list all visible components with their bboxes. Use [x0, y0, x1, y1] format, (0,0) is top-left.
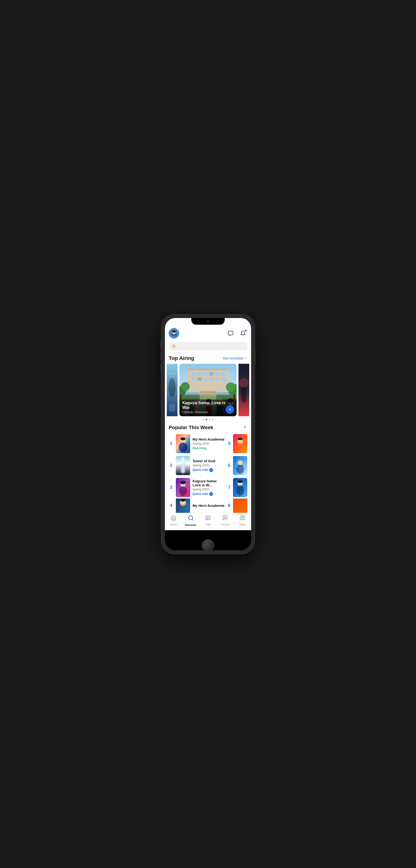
home-label: Home: [170, 523, 177, 526]
nav-forums[interactable]: Forums: [217, 515, 234, 526]
svg-point-83: [237, 480, 243, 483]
anime-list-item[interactable]: 2 Tower of God: [167, 455, 249, 476]
messages-button[interactable]: [226, 329, 235, 338]
anime-thumbnail-8: [233, 498, 247, 513]
anime-name-4: My Hero Academia: [193, 503, 224, 507]
svg-point-84: [236, 485, 244, 496]
nav-news[interactable]: News: [234, 515, 251, 526]
anime-thumbnail-4: [176, 498, 190, 513]
svg-point-3: [172, 330, 176, 333]
svg-point-74: [238, 460, 243, 465]
rank-right-1: 5: [227, 434, 247, 453]
popular-title: Popular This Week: [169, 425, 214, 430]
lists-icon: [205, 515, 211, 522]
anime-info-1: My Hero Academia Spring 2020 Watching: [193, 437, 224, 450]
popular-see-all-button[interactable]: [243, 425, 247, 430]
phone-screen: Top Airing See Schedule: [165, 318, 251, 550]
nav-home[interactable]: Home: [165, 515, 182, 526]
status-bar: [165, 318, 251, 325]
notch: [191, 318, 225, 325]
user-avatar[interactable]: [169, 328, 179, 339]
add-to-list-button[interactable]: +: [226, 405, 234, 414]
anime-thumbnail-5: [233, 434, 247, 453]
svg-point-62: [180, 437, 186, 440]
camera: [207, 320, 209, 322]
dot-1: [202, 418, 204, 420]
anime-thumbnail-6: [233, 456, 247, 475]
rank-number-6: 6: [227, 463, 232, 468]
svg-rect-70: [183, 456, 184, 475]
dot-4: [212, 418, 214, 420]
notifications-button[interactable]: [239, 329, 247, 338]
rank-number-1: 1: [169, 441, 173, 446]
svg-point-4: [173, 332, 173, 333]
svg-rect-21: [209, 372, 214, 375]
anime-thumbnail-3: [176, 478, 190, 497]
svg-point-12: [168, 378, 175, 397]
svg-rect-11: [169, 376, 175, 376]
popular-this-week-header: Popular This Week: [165, 423, 251, 433]
news-label: News: [239, 523, 246, 526]
svg-point-5: [174, 332, 175, 333]
svg-point-66: [237, 438, 243, 440]
svg-rect-27: [209, 377, 214, 381]
svg-rect-20: [203, 372, 207, 375]
svg-point-57: [241, 386, 247, 403]
anime-name-1: My Hero Academia: [193, 437, 224, 441]
anime-thumbnail-7: [233, 478, 247, 497]
svg-rect-29: [221, 377, 225, 381]
quick-add-icon-2: +: [209, 468, 213, 472]
home-button-area: [165, 538, 251, 550]
app-screen: Top Airing See Schedule: [165, 325, 251, 530]
dot-2: [205, 418, 207, 420]
volume-up-button: [161, 352, 162, 361]
carousel-side-left: [167, 364, 178, 416]
carousel-dots: [165, 416, 251, 423]
header-actions: [226, 329, 247, 338]
phone-frame: Top Airing See Schedule: [162, 315, 254, 554]
anime-action-3[interactable]: Quick Add +: [193, 492, 224, 496]
svg-rect-18: [191, 372, 196, 375]
anime-season-1: Spring 2020: [193, 442, 224, 445]
svg-point-7: [172, 345, 175, 347]
anime-info-3: Kaguya-Sama: Love is W... Spring 2020 Qu…: [193, 479, 224, 496]
nav-lists[interactable]: Lists: [199, 515, 217, 526]
carousel-side-right: [238, 364, 249, 416]
news-icon: [240, 515, 246, 522]
avatar-image: [169, 328, 179, 339]
svg-rect-10: [168, 373, 176, 374]
anime-list-item[interactable]: 3 Kaguya-Sama: Love is W...: [167, 476, 249, 498]
lists-label: Lists: [205, 523, 211, 526]
see-schedule-link[interactable]: See Schedule: [223, 356, 247, 360]
rank-number-8: 8: [227, 503, 232, 508]
search-bar[interactable]: [169, 342, 247, 350]
svg-rect-13: [169, 404, 175, 411]
nav-discover[interactable]: Discover: [182, 515, 199, 526]
anime-action-2[interactable]: Quick Add +: [193, 468, 224, 472]
anime-info-4: My Hero Academia: [193, 503, 224, 507]
quick-add-icon-3: +: [209, 492, 213, 496]
svg-line-8: [174, 347, 175, 348]
anime-action-1[interactable]: Watching: [193, 446, 224, 450]
rank-number-4: 4: [169, 503, 173, 508]
svg-rect-6: [228, 331, 233, 335]
svg-rect-23: [221, 372, 225, 375]
top-airing-carousel: Kaguya-Sama: Love is War Comedy • Romanc…: [165, 364, 251, 416]
rank-number-2: 2: [169, 463, 173, 468]
anime-list-item[interactable]: 1 My Hero Academia Spring 2: [167, 433, 249, 455]
anime-season-2: Spring 2020: [193, 463, 224, 467]
svg-rect-19: [197, 372, 201, 375]
anime-info-2: Tower of God Spring 2020 Quick Add +: [193, 459, 224, 472]
top-airing-header: Top Airing See Schedule: [165, 353, 251, 364]
anime-season-3: Spring 2020: [193, 488, 224, 491]
anime-list-item[interactable]: 4 My Hero Academia 8: [167, 498, 249, 513]
svg-rect-24: [191, 377, 196, 381]
home-button[interactable]: [202, 539, 214, 550]
anime-name-3: Kaguya-Sama: Love is W...: [193, 479, 224, 487]
dot-3: [209, 418, 211, 420]
discover-label: Discover: [185, 524, 196, 526]
svg-rect-25: [197, 377, 201, 381]
svg-rect-92: [206, 516, 210, 520]
forums-icon: [222, 515, 228, 522]
svg-point-39: [226, 382, 235, 392]
